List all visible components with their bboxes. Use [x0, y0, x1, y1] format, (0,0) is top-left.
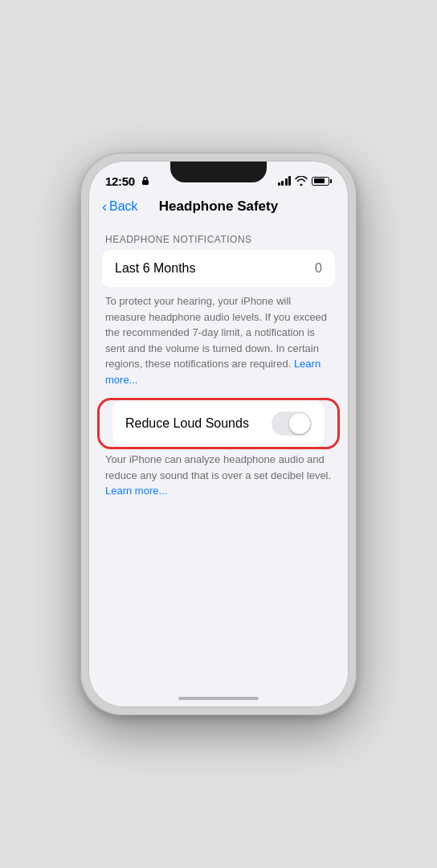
status-left: 12:50: [105, 174, 150, 188]
notifications-description: To protect your hearing, your iPhone wil…: [89, 287, 348, 400]
status-icons: [278, 176, 333, 186]
wifi-icon: [295, 176, 308, 186]
months-label: Last 6 Months: [115, 261, 196, 276]
nav-bar: ‹ Back Headphone Safety: [89, 195, 348, 221]
back-label: Back: [109, 199, 138, 214]
home-indicator: [178, 697, 259, 700]
months-value: 0: [315, 261, 322, 276]
notch: [170, 162, 267, 182]
toggle-knob: [289, 413, 310, 434]
back-chevron-icon: ‹: [102, 199, 107, 214]
battery-icon: [312, 177, 332, 186]
months-card: Last 6 Months 0: [102, 250, 335, 287]
reduce-loud-sounds-label: Reduce Loud Sounds: [125, 416, 249, 431]
months-row[interactable]: Last 6 Months 0: [102, 250, 335, 287]
reduce-loud-sounds-toggle[interactable]: [272, 411, 312, 436]
content-area: HEADPHONE NOTIFICATIONS Last 6 Months 0 …: [89, 221, 348, 706]
back-button[interactable]: ‹ Back: [102, 199, 138, 214]
phone-screen: 12:50: [88, 161, 349, 707]
svg-rect-0: [142, 180, 149, 185]
reduce-loud-sounds-card: Reduce Loud Sounds: [112, 400, 325, 447]
signal-icon: [278, 176, 292, 186]
lock-icon: [141, 176, 150, 186]
toggle-card-wrapper: Reduce Loud Sounds: [100, 400, 337, 447]
reduce-loud-sounds-row: Reduce Loud Sounds: [112, 400, 325, 447]
status-time: 12:50: [105, 174, 135, 188]
section-header: HEADPHONE NOTIFICATIONS: [89, 221, 348, 250]
phone-frame: 12:50: [80, 153, 357, 715]
page-title: Headphone Safety: [159, 199, 278, 215]
reduce-loud-sounds-learn-more[interactable]: Learn more...: [105, 485, 167, 497]
reduce-loud-sounds-description: Your iPhone can analyze headphone audio …: [89, 447, 348, 512]
